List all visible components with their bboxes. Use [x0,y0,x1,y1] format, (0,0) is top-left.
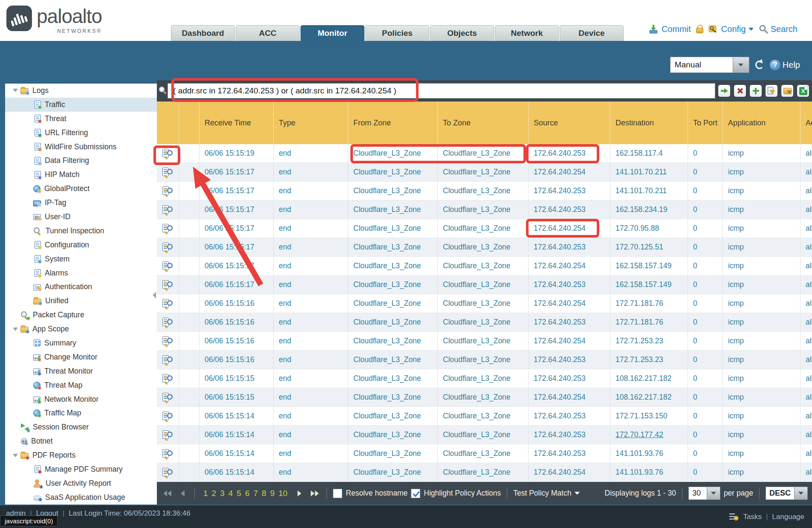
log-detail-icon[interactable] [162,280,173,290]
clear-filter-button[interactable] [734,84,746,97]
cell-action[interactable]: allow [800,144,812,162]
cell-from[interactable]: Cloudflare_L3_Zone [348,200,438,219]
cell-time[interactable]: 06/06 15:15:14 [199,463,274,482]
refresh-interval-select[interactable]: Manual [670,57,749,73]
cell-src[interactable]: 172.64.240.253 [529,276,610,294]
cell-type[interactable]: end [274,332,348,350]
page-number-9[interactable]: 9 [270,489,275,498]
cell-detail[interactable] [157,444,179,463]
cell-type[interactable]: end [274,238,348,256]
cell-src[interactable]: 172.64.240.253 [529,144,610,162]
cell-port[interactable]: 0 [688,238,723,256]
sidebar-item-packet-capture[interactable]: Packet Capture [5,308,157,322]
cell-dst[interactable]: 172.70.95.88 [610,219,688,238]
cell-src[interactable]: 172.64.240.253 [529,182,610,200]
sidebar-item-hip-match[interactable]: HIP Match [5,168,157,182]
cell-to[interactable]: Cloudflare_L3_Zone [438,407,529,425]
cell-app[interactable]: icmp [723,369,800,388]
cell-dst[interactable]: 108.162.217.182 [610,388,688,406]
cell-port[interactable]: 0 [688,351,723,369]
export-button[interactable] [797,84,809,97]
cell-time[interactable]: 06/06 15:15:14 [199,444,274,463]
cell-src[interactable]: 172.64.240.253 [529,351,610,369]
sort-order-select[interactable]: DESC [766,487,808,500]
cell-to[interactable]: Cloudflare_L3_Zone [438,313,529,331]
sidebar-item-globalprotect[interactable]: GlobalProtect [5,182,157,196]
log-detail-icon[interactable] [162,242,173,252]
cell-action[interactable]: allow [800,294,812,313]
sidebar-item-manage-pdf-summary[interactable]: Manage PDF Summary [5,462,157,476]
cell-src[interactable]: 172.64.240.253 [529,426,610,444]
cell-dst[interactable]: 162.158.234.19 [610,200,688,219]
cell-to[interactable]: Cloudflare_L3_Zone [438,238,529,256]
cell-detail[interactable] [157,332,179,350]
tab-acc[interactable]: ACC [236,25,300,41]
cell-action[interactable]: allow [800,238,812,256]
cell-from[interactable]: Cloudflare_L3_Zone [348,163,438,181]
tab-monitor[interactable]: Monitor [301,25,364,41]
cell-action[interactable]: allow [800,369,812,388]
search-button[interactable]: Search [759,24,798,34]
resolve-hostname-checkbox[interactable] [333,489,342,498]
prev-page-button[interactable] [176,488,188,499]
cell-dst[interactable]: 141.101.93.76 [610,444,688,463]
cell-dst[interactable]: 172.71.253.23 [610,332,688,350]
cell-from[interactable]: Cloudflare_L3_Zone [348,257,438,275]
sidebar-item-system[interactable]: System [5,252,157,266]
filter-query-input[interactable]: ( addr.src in 172.64.240.253 ) or ( addr… [168,83,715,99]
cell-to[interactable]: Cloudflare_L3_Zone [438,351,529,369]
cell-port[interactable]: 0 [688,426,723,444]
cell-port[interactable]: 0 [688,182,723,200]
config-menu-button[interactable]: Config [708,24,754,34]
cell-port[interactable]: 0 [688,276,723,294]
per-page-select[interactable]: 30 [688,487,720,500]
tab-objects[interactable]: Objects [430,25,494,41]
cell-detail[interactable] [157,276,179,294]
sidebar-item-tunnel-inspection[interactable]: Tunnel Inspection [5,224,157,238]
cell-to[interactable]: Cloudflare_L3_Zone [438,444,529,463]
cell-src[interactable]: 172.64.240.253 [529,200,610,219]
tab-device[interactable]: Device [560,25,624,41]
page-number-3[interactable]: 3 [220,489,225,498]
cell-from[interactable]: Cloudflare_L3_Zone [348,351,438,369]
cell-dst[interactable]: 172.70.177.42 [610,426,688,444]
cell-to[interactable]: Cloudflare_L3_Zone [438,219,529,238]
cell-from[interactable]: Cloudflare_L3_Zone [348,332,438,350]
cell-app[interactable]: icmp [723,388,800,406]
page-number-4[interactable]: 4 [228,489,233,498]
column-header-port[interactable]: To Port [688,102,723,144]
cell-action[interactable]: allow [800,332,812,350]
cell-from[interactable]: Cloudflare_L3_Zone [348,426,438,444]
cell-app[interactable]: icmp [723,276,800,294]
cell-time[interactable]: 06/06 15:15:19 [199,144,274,162]
cell-detail[interactable] [157,182,179,200]
log-detail-icon[interactable] [162,223,173,234]
cell-from[interactable]: Cloudflare_L3_Zone [348,144,438,162]
first-page-button[interactable] [161,488,173,499]
cell-action[interactable]: allow [800,276,812,294]
page-number-7[interactable]: 7 [253,489,258,498]
column-header-time[interactable]: Receive Time [199,102,274,144]
cell-time[interactable]: 06/06 15:15:14 [199,407,274,425]
sidebar-item-network-monitor[interactable]: Network Monitor [5,392,157,406]
cell-to[interactable]: Cloudflare_L3_Zone [438,426,529,444]
cell-src[interactable]: 172.64.240.254 [529,332,610,350]
cell-to[interactable]: Cloudflare_L3_Zone [438,369,529,388]
log-detail-icon[interactable] [162,336,173,346]
cell-to[interactable]: Cloudflare_L3_Zone [438,276,529,294]
cell-detail[interactable] [157,426,179,444]
cell-port[interactable]: 0 [688,407,723,425]
cell-detail[interactable] [157,219,179,238]
cell-dst[interactable]: 162.158.157.149 [610,257,688,275]
cell-detail[interactable] [157,407,179,425]
column-header-action[interactable]: Action [800,102,812,144]
page-number-6[interactable]: 6 [245,489,250,498]
cell-dst[interactable]: 172.71.181.76 [610,294,688,313]
test-policy-match-button[interactable]: Test Policy Match [513,489,580,498]
log-detail-icon[interactable] [162,430,173,440]
cell-dst[interactable]: 172.71.153.150 [610,407,688,425]
cell-action[interactable]: allow [800,219,812,238]
cell-action[interactable]: allow [800,163,812,181]
cell-time[interactable]: 06/06 15:15:17 [199,219,274,238]
cell-time[interactable]: 06/06 15:15:17 [199,200,274,219]
